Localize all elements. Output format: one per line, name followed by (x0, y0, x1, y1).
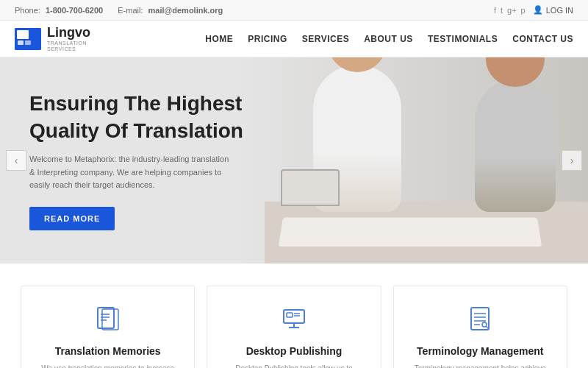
chevron-right-icon: › (570, 155, 574, 166)
login-label: LOG IN (546, 6, 573, 15)
pinterest-icon[interactable]: p (521, 6, 526, 15)
google-plus-icon[interactable]: g+ (507, 6, 517, 15)
feature-translation-memories-title: Translation Memories (36, 345, 179, 357)
logo-text-area: Lingvo TRANSLATIONSERVICES (47, 25, 90, 53)
logo-icon (15, 28, 41, 50)
feature-terminology-management-title: Terminology Management (409, 345, 552, 357)
logo-name: Lingvo (47, 25, 90, 40)
logo-area: Lingvo TRANSLATIONSERVICES (15, 25, 90, 53)
svg-rect-1 (17, 30, 29, 39)
hero-section: Ensuring The Highest Quality Of Translat… (0, 57, 588, 263)
header: Lingvo TRANSLATIONSERVICES HOME PRICING … (0, 21, 588, 57)
chevron-left-icon: ‹ (15, 155, 18, 166)
svg-rect-4 (98, 308, 114, 328)
login-button[interactable]: 👤 LOG IN (533, 5, 573, 15)
nav-pricing[interactable]: PRICING (248, 34, 287, 44)
hero-title: Ensuring The Highest Quality Of Translat… (29, 91, 250, 144)
facebook-icon[interactable]: f (494, 6, 496, 15)
svg-rect-2 (18, 40, 24, 45)
social-icons: f t g+ p (494, 6, 526, 15)
hero-description: Welcome to Metaphorix: the industry-lead… (29, 153, 235, 192)
twitter-icon[interactable]: t (501, 6, 503, 15)
person-right-head (486, 57, 545, 87)
svg-rect-12 (287, 313, 293, 317)
svg-rect-3 (25, 40, 31, 45)
feature-desktop-publishing-title: Desktop Publishing (222, 345, 365, 357)
feature-desktop-publishing-desc: Desktop Publishing tools allow us to mai… (222, 363, 365, 368)
features-section: Translation Memories We use translation … (0, 263, 588, 368)
phone-info: Phone: 1-800-700-6200 (15, 6, 103, 15)
laptop (281, 169, 340, 206)
read-more-button[interactable]: READ MORE (29, 207, 115, 230)
svg-rect-5 (102, 309, 118, 330)
desktop-publishing-icon (276, 301, 312, 336)
person-right-body (475, 79, 556, 212)
hero-prev-arrow[interactable]: ‹ (6, 150, 26, 171)
nav-contact[interactable]: CONTACT US (512, 34, 573, 44)
feature-terminology-management: Terminology Management Terminology manag… (393, 286, 567, 368)
feature-translation-memories-desc: We use translation memories to increase … (36, 363, 179, 368)
nav-testimonials[interactable]: TESTIMONIALS (428, 34, 498, 44)
logo-box (15, 28, 41, 50)
main-nav: HOME PRICING SERVICES ABOUT US TESTIMONI… (205, 34, 573, 44)
email-label: E-mail: (118, 6, 143, 15)
feature-translation-memories: Translation Memories We use translation … (21, 286, 195, 368)
email-info: E-mail: mail@demolink.org (118, 6, 223, 15)
email-address[interactable]: mail@demolink.org (148, 6, 223, 15)
terminology-management-icon (462, 301, 498, 336)
nav-about[interactable]: ABOUT US (364, 34, 413, 44)
user-icon: 👤 (533, 5, 543, 15)
papers (279, 217, 542, 246)
translation-memories-icon (90, 301, 126, 336)
nav-services[interactable]: SERVICES (302, 34, 349, 44)
top-bar-right: f t g+ p 👤 LOG IN (494, 5, 573, 15)
phone-number[interactable]: 1-800-700-6200 (46, 6, 103, 15)
logo-subtitle: TRANSLATIONSERVICES (47, 40, 90, 53)
hero-content: Ensuring The Highest Quality Of Translat… (0, 91, 250, 230)
feature-desktop-publishing: Desktop Publishing Desktop Publishing to… (207, 286, 381, 368)
svg-line-21 (487, 327, 489, 329)
top-bar-contact: Phone: 1-800-700-6200 E-mail: mail@demol… (15, 6, 223, 15)
nav-home[interactable]: HOME (205, 34, 233, 44)
hero-image (265, 57, 588, 263)
phone-label: Phone: (15, 6, 40, 15)
top-bar: Phone: 1-800-700-6200 E-mail: mail@demol… (0, 0, 588, 21)
hero-next-arrow[interactable]: › (562, 150, 582, 171)
feature-terminology-management-desc: Terminology management helps achieve con… (409, 363, 552, 368)
